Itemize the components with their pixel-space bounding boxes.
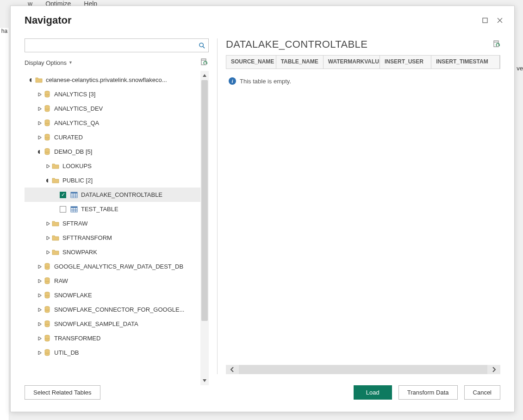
preview-horizontal-scrollbar[interactable] — [226, 365, 500, 374]
expander-closed-icon[interactable] — [45, 164, 51, 168]
hscroll-track[interactable] — [239, 365, 487, 374]
svg-marker-34 — [47, 236, 50, 240]
expander-closed-icon[interactable] — [45, 236, 51, 240]
svg-line-4 — [203, 46, 205, 48]
svg-marker-35 — [47, 251, 50, 254]
tree-item[interactable]: TEST_TABLE — [25, 202, 200, 216]
navigator-tree: celanese-celanytics.privatelink.snowflak… — [25, 71, 200, 360]
window-close-icon[interactable] — [496, 16, 504, 25]
display-options-dropdown[interactable]: Display Options ▼ — [25, 59, 73, 66]
tree-item[interactable]: celanese-celanytics.privatelink.snowflak… — [25, 73, 200, 87]
hscroll-left-icon[interactable] — [226, 367, 239, 372]
tree-item[interactable]: SNOWFLAKE_SAMPLE_DATA — [25, 317, 200, 331]
tree-item-label: ANALYTICS_DEV — [54, 105, 103, 112]
svg-marker-44 — [38, 322, 41, 326]
svg-marker-38 — [38, 279, 41, 283]
tree-scrollbar[interactable] — [200, 71, 209, 385]
expander-closed-icon[interactable] — [37, 294, 43, 297]
expander-closed-icon[interactable] — [37, 337, 43, 340]
tree-item[interactable]: SFTTRANSFORM — [25, 231, 200, 245]
svg-point-3 — [199, 43, 203, 46]
scrollbar-up-icon[interactable] — [200, 71, 209, 80]
svg-marker-51 — [203, 379, 206, 382]
navigator-dialog: Navigator — [10, 6, 515, 412]
load-button[interactable]: Load — [354, 385, 392, 400]
db-icon — [43, 148, 51, 156]
expander-closed-icon[interactable] — [37, 351, 43, 355]
tree-item[interactable]: UTIL_DB — [25, 345, 200, 360]
expander-open-icon[interactable] — [28, 78, 35, 82]
scrollbar-thumb[interactable] — [201, 80, 208, 321]
tree-item-label: UTIL_DB — [54, 349, 79, 356]
tree-item-label: SNOWFLAKE_SAMPLE_DATA — [54, 320, 138, 327]
refresh-preview-icon[interactable] — [493, 40, 500, 49]
right-stub-text: ve — [517, 65, 523, 72]
tree-item[interactable]: ANALYTICS_DEV — [25, 101, 200, 116]
svg-marker-42 — [38, 308, 41, 312]
tree-item[interactable]: TRANSFORMED — [25, 331, 200, 345]
db-icon — [43, 263, 51, 271]
tree-item-label: SFTTRANSFORM — [62, 234, 112, 241]
expander-closed-icon[interactable] — [37, 265, 43, 269]
expander-closed-icon[interactable] — [37, 93, 43, 96]
search-icon[interactable] — [195, 42, 208, 49]
tree-item[interactable]: ✓DATALAKE_CONTROLTABLE — [25, 188, 200, 202]
expander-open-icon[interactable] — [37, 150, 43, 154]
table-icon — [70, 205, 78, 213]
tree-item-label: DEMO_DB [5] — [54, 148, 92, 155]
tree-checkbox[interactable] — [60, 206, 66, 213]
window-maximize-icon[interactable] — [481, 16, 489, 25]
column-separator — [217, 38, 218, 374]
refresh-tree-icon[interactable] — [199, 58, 209, 67]
tree-checkbox[interactable]: ✓ — [60, 192, 66, 198]
tree-item-label: TEST_TABLE — [81, 206, 118, 213]
expander-closed-icon[interactable] — [37, 121, 43, 125]
transform-data-button[interactable]: Transform Data — [398, 385, 458, 400]
svg-marker-11 — [38, 107, 41, 111]
svg-marker-17 — [38, 150, 42, 154]
tree-item[interactable]: ANALYTICS [3] — [25, 87, 200, 101]
cancel-button[interactable]: Cancel — [464, 385, 500, 400]
grid-column-header[interactable]: TABLE_NAME — [276, 56, 324, 69]
grid-column-header[interactable]: INSERT_USER — [380, 56, 431, 69]
expander-closed-icon[interactable] — [45, 251, 51, 254]
db-icon — [43, 133, 51, 142]
expander-closed-icon[interactable] — [37, 322, 43, 326]
tree-item[interactable]: SNOWPARK — [25, 245, 200, 259]
svg-marker-8 — [30, 78, 33, 82]
tree-item-label: DATALAKE_CONTROLTABLE — [81, 191, 162, 198]
grid-column-header[interactable]: INSERT_TIMESTAM — [431, 56, 500, 69]
search-input[interactable] — [25, 40, 195, 51]
hscroll-right-icon[interactable] — [487, 367, 500, 372]
tree-item[interactable]: PUBLIC [2] — [25, 173, 200, 188]
tree-item[interactable]: GOOGLE_ANALYTICS_RAW_DATA_DEST_DB — [25, 259, 200, 274]
svg-marker-20 — [46, 179, 50, 182]
expander-open-icon[interactable] — [45, 179, 51, 182]
tree-item[interactable]: DEMO_DB [5] — [25, 144, 200, 159]
tree-item[interactable]: SNOWFLAKE — [25, 288, 200, 302]
expander-closed-icon[interactable] — [45, 222, 51, 226]
tree-item[interactable]: CURATED — [25, 130, 200, 144]
db-icon — [43, 291, 51, 300]
scrollbar-track[interactable] — [200, 80, 209, 376]
folder-icon — [51, 234, 60, 242]
select-related-tables-button[interactable]: Select Related Tables — [25, 385, 100, 400]
tree-item-label: RAW — [54, 277, 68, 284]
tree-item[interactable]: ANALYTICS_QA — [25, 116, 200, 130]
svg-marker-40 — [38, 294, 41, 297]
grid-column-header[interactable]: WATERMARKVALUE — [324, 56, 380, 69]
svg-marker-48 — [38, 351, 41, 355]
tree-item[interactable]: LOOKUPS — [25, 159, 200, 173]
expander-closed-icon[interactable] — [37, 136, 43, 139]
tree-item[interactable]: RAW — [25, 274, 200, 288]
expander-closed-icon[interactable] — [37, 308, 43, 312]
expander-closed-icon[interactable] — [37, 279, 43, 283]
scrollbar-down-icon[interactable] — [200, 376, 209, 385]
grid-column-header[interactable]: SOURCE_NAME — [226, 56, 276, 69]
tree-item[interactable]: SFTRAW — [25, 216, 200, 231]
tree-item-label: CURATED — [54, 134, 83, 141]
db-icon — [43, 90, 51, 99]
expander-closed-icon[interactable] — [37, 107, 43, 111]
table-icon — [70, 191, 78, 199]
tree-item[interactable]: SNOWFLAKE_CONNECTOR_FOR_GOOGLE... — [25, 302, 200, 317]
